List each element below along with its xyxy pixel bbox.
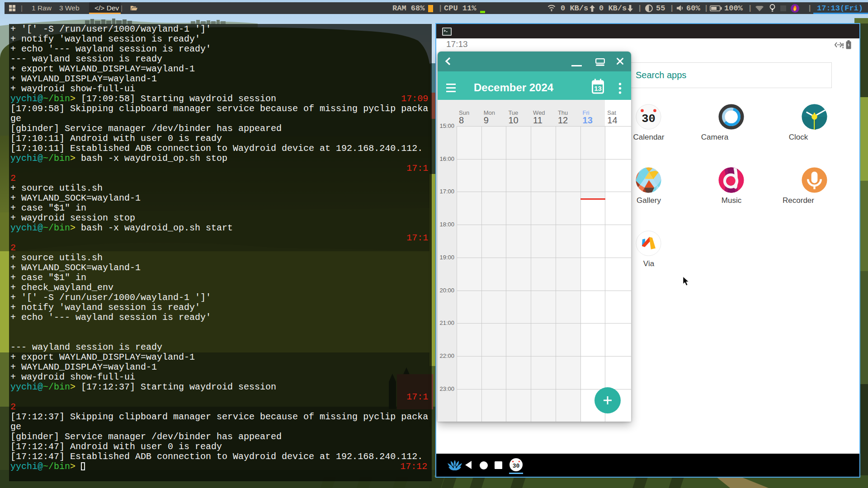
- svg-text:30: 30: [513, 463, 520, 469]
- svg-text:30: 30: [642, 113, 656, 126]
- svg-text:13: 13: [594, 84, 602, 92]
